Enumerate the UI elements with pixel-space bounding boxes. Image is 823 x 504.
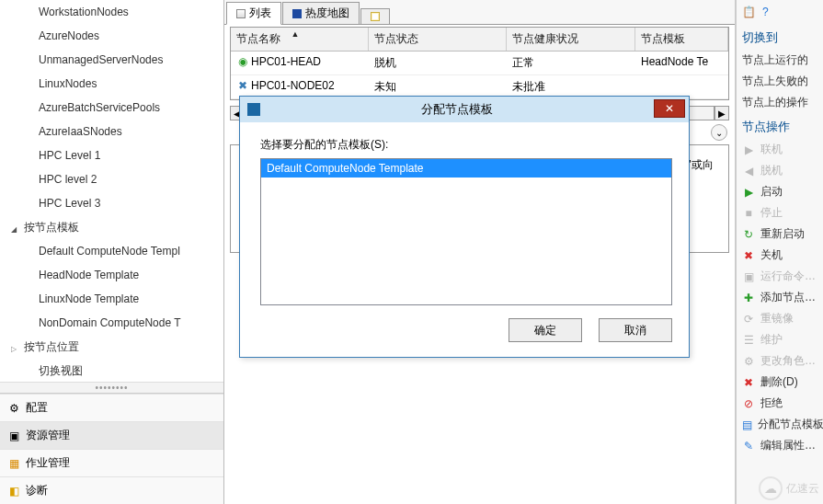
action-[interactable]: ▶启动 xyxy=(740,181,819,202)
tree-node[interactable]: HeadNode Template xyxy=(0,263,223,287)
action-icon: ✚ xyxy=(742,292,755,304)
col-template[interactable]: 节点模板 xyxy=(635,28,728,51)
ok-button[interactable]: 确定 xyxy=(509,318,582,342)
cell: HPC01-NODE02 xyxy=(251,79,335,92)
navigation-sidebar: WorkstationNodes AzureNodes UnmanagedSer… xyxy=(0,0,224,504)
tab-new[interactable] xyxy=(360,8,390,24)
dialog-label: 选择要分配的节点模板(S): xyxy=(260,137,672,153)
tree-node-switch-view[interactable]: 切换视图 xyxy=(0,359,223,382)
action-label: 启动 xyxy=(760,184,783,200)
gear-icon: ⚙ xyxy=(7,402,20,415)
action-[interactable]: ✖关机 xyxy=(740,245,819,266)
cell: HeadNode Te xyxy=(635,52,728,74)
tree-node[interactable]: HPC Level 1 xyxy=(0,143,223,167)
action-[interactable]: ✎编辑属性… xyxy=(740,435,819,456)
help-icon[interactable]: ? xyxy=(762,6,777,20)
action-icon: ▣ xyxy=(742,270,755,283)
collapse-toggle[interactable]: ⌄ xyxy=(711,124,727,141)
action-[interactable]: ⊘拒绝 xyxy=(740,393,819,414)
action-icon: ✖ xyxy=(742,249,755,262)
sort-asc-icon: ▲ xyxy=(291,29,300,39)
switch-item[interactable]: 节点上的操作 xyxy=(740,92,819,113)
splitter-grip[interactable]: •••••••• xyxy=(0,382,223,393)
jobs-icon: ▦ xyxy=(7,457,20,470)
tree-group-location[interactable]: 按节点位置 xyxy=(0,335,223,359)
action-icon: ✎ xyxy=(742,440,755,452)
tree-node[interactable]: NonDomain ComputeNode T xyxy=(0,311,223,335)
action-label: 重新启动 xyxy=(760,226,805,242)
nav-label: 诊断 xyxy=(26,483,48,498)
server-icon: ▣ xyxy=(7,430,20,442)
action-: ▣运行命令… xyxy=(740,266,819,287)
dialog-titlebar[interactable]: 分配节点模板 ✕ xyxy=(240,97,689,122)
nav-jobs[interactable]: ▦作业管理 xyxy=(0,449,223,476)
tree-node[interactable]: HPC level 2 xyxy=(0,167,223,191)
action-[interactable]: ✚添加节点… xyxy=(740,287,819,308)
nav-config[interactable]: ⚙配置 xyxy=(0,394,223,421)
section-switch: 切换到 xyxy=(740,24,819,50)
tab-heatmap[interactable]: 热度地图 xyxy=(282,2,360,24)
tree-group-templates[interactable]: 按节点模板 xyxy=(0,215,223,239)
action-icon: ◀ xyxy=(742,165,755,178)
col-status[interactable]: 节点状态 xyxy=(369,28,507,51)
tree-node[interactable]: AzureBatchServicePools xyxy=(0,96,223,120)
section-node-ops: 节点操作 xyxy=(740,113,819,139)
col-name[interactable]: 节点名称▲ xyxy=(231,28,369,51)
action-[interactable]: ↻重新启动 xyxy=(740,223,819,245)
tree-node[interactable]: LinuxNodes xyxy=(0,72,223,96)
action-icon: ▤ xyxy=(742,418,752,431)
dialog-title: 分配节点模板 xyxy=(260,101,654,118)
grid-header-row: 节点名称▲ 节点状态 节点健康状况 节点模板 xyxy=(231,28,728,52)
assign-template-dialog: 分配节点模板 ✕ 选择要分配的节点模板(S): Default ComputeN… xyxy=(239,96,690,358)
diag-icon: ◧ xyxy=(7,485,20,498)
action-icon: ⊘ xyxy=(742,397,755,410)
action-[interactable]: ▤分配节点模板 xyxy=(740,414,819,435)
action-: ◀脱机 xyxy=(740,160,819,181)
tree-node[interactable]: LinuxNode Template xyxy=(0,287,223,311)
action-label: 关机 xyxy=(760,247,783,263)
header-label: 节点名称 xyxy=(236,32,280,45)
action-icon: ▶ xyxy=(742,186,755,199)
tree-node[interactable]: Default ComputeNode Templ xyxy=(0,239,223,263)
tab-list[interactable]: 列表 xyxy=(226,2,281,25)
nav-label: 作业管理 xyxy=(26,455,70,471)
listbox-option-selected[interactable]: Default ComputeNode Template xyxy=(261,159,671,178)
action-: ⚙更改角色… xyxy=(740,350,819,372)
nav-label: 配置 xyxy=(26,400,48,416)
tree-node[interactable]: HPC Level 3 xyxy=(0,191,223,215)
action-icon: ⚙ xyxy=(742,355,755,368)
action-icon: ✖ xyxy=(742,376,755,389)
action-label: 维护 xyxy=(760,332,783,348)
action-icon: ■ xyxy=(742,207,755,220)
switch-item[interactable]: 节点上运行的 xyxy=(740,50,819,71)
nav-resource[interactable]: ▣资源管理 xyxy=(0,421,223,449)
switch-item[interactable]: 节点上失败的 xyxy=(740,71,819,92)
new-tab-icon xyxy=(371,12,380,21)
action-label: 更改角色… xyxy=(760,353,816,369)
node-grid: 节点名称▲ 节点状态 节点健康状况 节点模板 ◉HPC01-HEAD 脱机 正常… xyxy=(230,27,729,100)
scroll-right-button[interactable]: ▶ xyxy=(714,106,729,120)
cell: HPC01-HEAD xyxy=(251,55,321,68)
cancel-button[interactable]: 取消 xyxy=(599,318,672,342)
action-label: 运行命令… xyxy=(760,269,816,284)
clipboard-icon[interactable]: 📋 xyxy=(742,6,757,20)
tree-node[interactable]: WorkstationNodes xyxy=(0,0,223,24)
node-ok-icon: ◉ xyxy=(236,55,249,68)
action-D[interactable]: ✖删除(D) xyxy=(740,372,819,393)
action-: ▶联机 xyxy=(740,139,819,160)
action-label: 脱机 xyxy=(760,163,783,178)
nav-label: 资源管理 xyxy=(26,428,70,443)
action-icon: ▶ xyxy=(742,143,755,156)
col-health[interactable]: 节点健康状况 xyxy=(507,28,635,51)
tree-node[interactable]: AzureIaaSNodes xyxy=(0,120,223,143)
table-row[interactable]: ◉HPC01-HEAD 脱机 正常 HeadNode Te xyxy=(231,52,728,75)
close-button[interactable]: ✕ xyxy=(654,99,685,118)
watermark: ☁ 亿速云 xyxy=(759,476,819,500)
tree-node[interactable]: UnmanagedServerNodes xyxy=(0,48,223,72)
template-listbox[interactable]: Default ComputeNode Template xyxy=(260,158,672,305)
action-icon: ⟳ xyxy=(742,313,755,326)
nav-diag[interactable]: ◧诊断 xyxy=(0,476,223,504)
action-label: 拒绝 xyxy=(760,395,783,411)
tree-node[interactable]: AzureNodes xyxy=(0,24,223,48)
action-label: 重镜像 xyxy=(760,311,794,326)
